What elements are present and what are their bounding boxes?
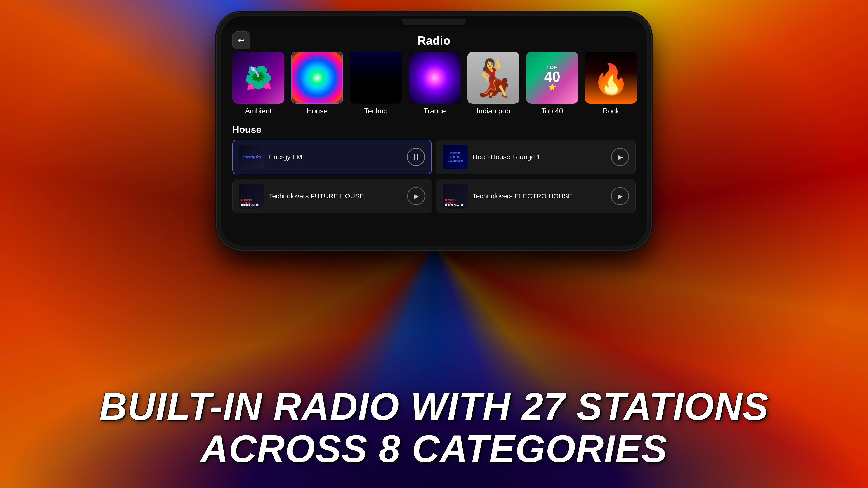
back-button[interactable]: ↩ bbox=[232, 31, 250, 50]
play-button-future-house[interactable]: ▶ bbox=[407, 187, 425, 205]
category-thumb-trance bbox=[409, 52, 461, 104]
electro-house-art: TECHNOLOVERS ELECTROHOUSE bbox=[443, 184, 468, 208]
deep-house-art: DEEPHOUSELOUNGE bbox=[443, 144, 468, 169]
category-label-top40: Top 40 bbox=[541, 107, 563, 115]
category-label-house: House bbox=[307, 107, 328, 115]
station-thumb-future-house: TECHNOLOVERS FUTURE HOUSE bbox=[239, 184, 264, 208]
station-technolovers-electro[interactable]: TECHNOLOVERS ELECTROHOUSE Technolovers E… bbox=[436, 179, 636, 213]
category-label-techno: Techno bbox=[364, 107, 388, 115]
phone-notch bbox=[402, 19, 466, 25]
category-label-trance: Trance bbox=[424, 107, 446, 115]
category-thumb-top40: TOP 40 ⭐ bbox=[526, 52, 578, 104]
techno-art bbox=[350, 52, 402, 104]
play-button-electro-house[interactable]: ▶ bbox=[611, 187, 629, 205]
station-technolovers-future[interactable]: TECHNOLOVERS FUTURE HOUSE Technolovers F… bbox=[232, 179, 432, 213]
phone-inner: ↩ Radio Ambient bbox=[221, 17, 647, 246]
station-thumb-energy-fm: energy fm bbox=[239, 144, 264, 169]
category-techno[interactable]: Techno bbox=[350, 52, 402, 115]
deep-house-label: DEEPHOUSELOUNGE bbox=[447, 151, 463, 163]
top40-star-icon: ⭐ bbox=[548, 84, 556, 91]
future-house-art: TECHNOLOVERS FUTURE HOUSE bbox=[239, 184, 264, 208]
top40-art: TOP 40 ⭐ bbox=[526, 52, 578, 104]
pause-button-energy-fm[interactable] bbox=[407, 148, 425, 166]
technolovers-sublabel-2: ELECTROHOUSE bbox=[445, 204, 463, 207]
category-thumb-rock bbox=[585, 52, 637, 104]
category-label-rock: Rock bbox=[603, 107, 619, 115]
station-thumb-deep-house: DEEPHOUSELOUNGE bbox=[443, 144, 468, 169]
category-house[interactable]: House bbox=[291, 52, 343, 115]
station-deep-house-lounge[interactable]: DEEPHOUSELOUNGE Deep House Lounge 1 ▶ bbox=[436, 140, 636, 174]
technolovers-label-1: TECHNOLOVERS bbox=[241, 199, 252, 204]
screen: ↩ Radio Ambient bbox=[221, 27, 647, 246]
category-ambient[interactable]: Ambient bbox=[232, 52, 284, 115]
category-label-indian-pop: Indian pop bbox=[476, 107, 510, 115]
back-icon: ↩ bbox=[238, 36, 245, 44]
person-silhouette: 💃 bbox=[471, 60, 516, 96]
phone-outer-case: ↩ Radio Ambient bbox=[217, 12, 651, 250]
play-icon: ▶ bbox=[618, 153, 623, 161]
categories-row: Ambient House bbox=[221, 52, 647, 122]
bottom-headline-line2: ACROSS 8 CATEGORIES bbox=[45, 428, 823, 470]
house-art bbox=[292, 53, 342, 103]
category-trance[interactable]: Trance bbox=[409, 52, 461, 115]
category-indian-pop[interactable]: 💃 Indian pop bbox=[467, 52, 520, 115]
category-label-ambient: Ambient bbox=[245, 107, 272, 115]
station-name-electro-house: Technolovers ELECTRO HOUSE bbox=[473, 192, 606, 200]
techno-beams bbox=[350, 52, 402, 104]
play-button-deep-house[interactable]: ▶ bbox=[611, 148, 629, 166]
category-rock[interactable]: Rock bbox=[585, 52, 637, 115]
bottom-text-area: BUILT-IN RADIO WITH 27 STATIONS ACROSS 8… bbox=[0, 385, 868, 470]
pause-icon bbox=[414, 154, 418, 160]
bottom-headline-line1: BUILT-IN RADIO WITH 27 STATIONS bbox=[45, 385, 823, 428]
page-title: Radio bbox=[417, 34, 451, 47]
technolovers-label-2: TECHNOLOVERS bbox=[445, 199, 456, 204]
phone-top-bar bbox=[221, 17, 647, 27]
station-name-energy-fm: Energy FM bbox=[269, 153, 402, 161]
technolovers-sublabel-1: FUTURE HOUSE bbox=[241, 204, 258, 207]
stations-grid: energy fm Energy FM bbox=[221, 140, 647, 213]
trance-art bbox=[409, 52, 461, 104]
phone-device: ↩ Radio Ambient bbox=[217, 12, 651, 250]
station-name-future-house: Technolovers FUTURE HOUSE bbox=[269, 192, 402, 200]
energy-logo: energy fm bbox=[239, 144, 264, 169]
category-thumb-house bbox=[291, 52, 343, 104]
category-thumb-ambient bbox=[232, 52, 284, 104]
app-header: ↩ Radio bbox=[221, 27, 647, 52]
ambient-art bbox=[232, 52, 284, 104]
station-thumb-electro-house: TECHNOLOVERS ELECTROHOUSE bbox=[443, 184, 468, 208]
play-icon-2: ▶ bbox=[414, 193, 419, 200]
indian-pop-art: 💃 bbox=[467, 52, 520, 104]
station-energy-fm[interactable]: energy fm Energy FM bbox=[232, 140, 432, 174]
energy-text: energy fm bbox=[242, 155, 261, 160]
section-title: House bbox=[221, 122, 647, 140]
top40-number: 40 bbox=[544, 70, 560, 84]
rock-art bbox=[585, 52, 637, 104]
category-top40[interactable]: TOP 40 ⭐ Top 40 bbox=[526, 52, 578, 115]
play-icon-3: ▶ bbox=[618, 193, 623, 200]
station-name-deep-house: Deep House Lounge 1 bbox=[473, 153, 606, 161]
category-thumb-indian-pop: 💃 bbox=[467, 52, 520, 104]
category-thumb-techno bbox=[350, 52, 402, 104]
